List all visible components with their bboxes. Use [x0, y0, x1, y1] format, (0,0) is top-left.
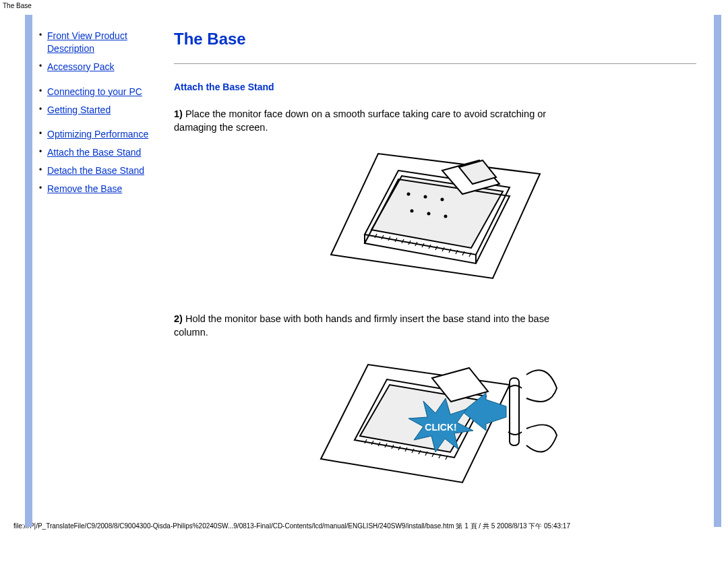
sidebar-nav: Front View Product Description Accessory… [32, 30, 174, 208]
header-small-title: The Base [0, 0, 728, 11]
step-2-text: Hold the monitor base with both hands an… [174, 313, 549, 338]
sidebar-item-connecting-pc[interactable]: Connecting to your PC [39, 86, 167, 98]
sidebar-group: Optimizing Performance Attach the Base S… [39, 128, 167, 195]
decoration-band-right [714, 15, 721, 527]
step-1-number: 1) [174, 108, 183, 119]
monitor-illustration-2: CLICK! [307, 351, 564, 495]
sidebar-group: Front View Product Description Accessory… [39, 30, 167, 73]
sidebar-item-accessory-pack[interactable]: Accessory Pack [39, 61, 167, 73]
divider [174, 63, 696, 64]
section-heading: Attach the Base Stand [174, 82, 696, 92]
sidebar-link[interactable]: Attach the Base Stand [47, 147, 141, 158]
sidebar-link[interactable]: Optimizing Performance [47, 129, 148, 139]
monitor-illustration-1 [324, 147, 547, 291]
page-wrap: Front View Product Description Accessory… [0, 15, 728, 516]
main-content: The Base Attach the Base Stand 1) Place … [174, 30, 710, 516]
sidebar-item-getting-started[interactable]: Getting Started [39, 104, 167, 117]
svg-point-28 [444, 215, 446, 217]
sidebar-link[interactable]: Detach the Base Stand [47, 165, 144, 176]
svg-point-23 [407, 193, 409, 195]
decoration-band-left [25, 15, 32, 527]
step-2: 2) Hold the monitor base with both hands… [174, 312, 578, 340]
sidebar-item-detach-base[interactable]: Detach the Base Stand [39, 164, 167, 177]
sidebar-item-optimizing[interactable]: Optimizing Performance [39, 128, 167, 141]
figure-monitor-face-down [174, 147, 696, 293]
svg-point-27 [427, 212, 429, 214]
page-title: The Base [174, 30, 696, 49]
sidebar-group: Connecting to your PC Getting Started [39, 86, 167, 117]
figure-insert-base: CLICK! [174, 351, 696, 497]
svg-point-24 [424, 195, 426, 197]
sidebar-item-remove-base[interactable]: Remove the Base [39, 183, 167, 195]
step-1: 1) Place the monitor face down on a smoo… [174, 107, 578, 135]
sidebar-link[interactable]: Getting Started [47, 104, 111, 115]
svg-point-26 [411, 210, 413, 212]
svg-point-25 [441, 198, 443, 200]
step-1-text: Place the monitor face down on a smooth … [174, 108, 546, 133]
sidebar-link[interactable]: Remove the Base [47, 183, 122, 194]
click-label: CLICK! [425, 422, 456, 433]
sidebar-item-attach-base[interactable]: Attach the Base Stand [39, 146, 167, 159]
sidebar-link[interactable]: Accessory Pack [47, 61, 115, 72]
svg-rect-46 [510, 378, 519, 445]
content-row: Front View Product Description Accessory… [32, 15, 710, 516]
sidebar-link[interactable]: Front View Product Description [47, 30, 127, 54]
step-2-number: 2) [174, 313, 183, 324]
sidebar-link[interactable]: Connecting to your PC [47, 86, 142, 97]
footer-file-path: file:///P|/P_TranslateFile/C9/2008/8/C90… [0, 516, 728, 535]
sidebar-item-front-view[interactable]: Front View Product Description [39, 30, 167, 55]
